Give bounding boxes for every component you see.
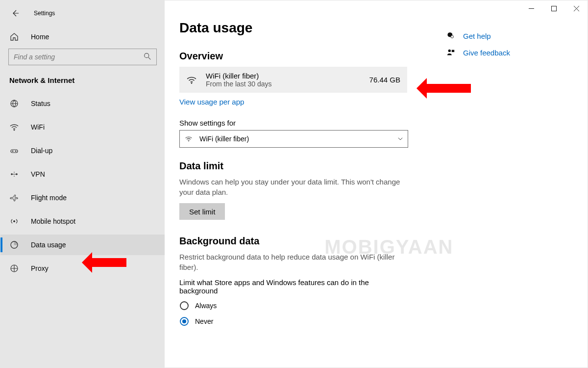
nav-label: VPN bbox=[31, 170, 45, 178]
proxy-icon bbox=[9, 263, 19, 273]
sidebar: Settings Home Network & Internet Status … bbox=[0, 0, 165, 368]
nav-label: Flight mode bbox=[31, 194, 67, 202]
radio-always[interactable]: Always bbox=[179, 298, 407, 314]
maximize-icon bbox=[551, 6, 557, 11]
close-button[interactable] bbox=[565, 0, 588, 16]
overview-period: From the last 30 days bbox=[206, 80, 369, 88]
background-data-desc: Restrict background data to help reduce … bbox=[179, 252, 407, 272]
hotspot-icon bbox=[9, 216, 19, 226]
sidebar-item-status[interactable]: Status bbox=[0, 93, 165, 114]
svg-rect-13 bbox=[551, 6, 556, 11]
svg-point-5 bbox=[12, 151, 13, 152]
svg-point-17 bbox=[188, 141, 189, 142]
background-data-heading: Background data bbox=[179, 236, 407, 247]
overview-amount: 76.44 GB bbox=[369, 76, 400, 84]
set-limit-button[interactable]: Set limit bbox=[179, 203, 225, 220]
window-title: Settings bbox=[34, 10, 55, 17]
sidebar-item-hotspot[interactable]: Mobile hotspot bbox=[0, 211, 165, 232]
search-icon bbox=[143, 52, 152, 61]
svg-rect-4 bbox=[11, 150, 18, 153]
svg-line-1 bbox=[148, 57, 151, 60]
minimize-button[interactable] bbox=[520, 0, 542, 16]
annotation-arrow bbox=[92, 258, 126, 267]
help-icon bbox=[446, 31, 455, 40]
vpn-icon bbox=[9, 169, 19, 179]
svg-point-21 bbox=[451, 35, 453, 38]
radio-unchecked-icon bbox=[179, 301, 189, 311]
feedback-icon bbox=[446, 48, 455, 57]
svg-point-7 bbox=[11, 174, 13, 175]
radio-never[interactable]: Never bbox=[179, 314, 407, 329]
minimize-icon bbox=[529, 6, 534, 11]
wifi-icon bbox=[186, 75, 197, 85]
svg-point-8 bbox=[16, 174, 18, 175]
svg-point-22 bbox=[448, 50, 451, 52]
svg-point-9 bbox=[14, 221, 15, 222]
sidebar-home-label: Home bbox=[31, 33, 49, 41]
nav-label: WiFi bbox=[31, 123, 45, 131]
overview-heading: Overview bbox=[179, 51, 407, 62]
svg-point-6 bbox=[15, 151, 16, 152]
svg-point-0 bbox=[145, 53, 149, 58]
chevron-down-icon bbox=[398, 137, 403, 141]
data-usage-icon bbox=[9, 240, 19, 250]
data-limit-heading: Data limit bbox=[179, 160, 407, 172]
page-title: Data usage bbox=[179, 20, 588, 36]
wifi-icon bbox=[185, 135, 193, 143]
main-content: Data usage Overview WiFi (killer fiber) … bbox=[165, 0, 588, 368]
nav-label: Mobile hotspot bbox=[31, 217, 75, 225]
back-button[interactable] bbox=[9, 9, 21, 17]
data-limit-desc: Windows can help you stay under your dat… bbox=[179, 177, 407, 197]
nav-label: Data usage bbox=[31, 241, 66, 249]
nav-label: Status bbox=[31, 100, 50, 107]
svg-point-18 bbox=[180, 302, 188, 310]
sidebar-home[interactable]: Home bbox=[0, 27, 165, 47]
show-settings-label: Show settings for bbox=[179, 119, 407, 127]
sidebar-item-wifi[interactable]: WiFi bbox=[0, 117, 165, 137]
overview-card[interactable]: WiFi (killer fiber) From the last 30 day… bbox=[179, 67, 407, 93]
nav-label: Proxy bbox=[31, 264, 49, 272]
nav-label: Dial-up bbox=[31, 147, 52, 155]
radio-label: Never bbox=[195, 317, 213, 325]
dialup-icon bbox=[9, 146, 19, 156]
give-feedback-link[interactable]: Give feedback bbox=[446, 44, 510, 61]
radio-checked-icon bbox=[179, 316, 189, 326]
airplane-icon bbox=[9, 193, 19, 203]
sidebar-item-vpn[interactable]: VPN bbox=[0, 164, 165, 184]
view-usage-per-app-link[interactable]: View usage per app bbox=[179, 98, 244, 106]
globe-icon bbox=[9, 99, 19, 108]
get-help-link[interactable]: Get help bbox=[446, 27, 510, 44]
help-label: Give feedback bbox=[463, 49, 510, 57]
close-icon bbox=[574, 6, 579, 11]
back-arrow-icon bbox=[11, 9, 19, 17]
sidebar-item-flightmode[interactable]: Flight mode bbox=[0, 187, 165, 208]
overview-network-name: WiFi (killer fiber) bbox=[206, 72, 369, 80]
maximize-button[interactable] bbox=[542, 0, 565, 16]
sidebar-section-label: Network & Internet bbox=[0, 73, 165, 93]
network-select-dropdown[interactable]: WiFi (killer fiber) bbox=[179, 130, 408, 148]
svg-point-3 bbox=[14, 130, 15, 131]
wifi-icon bbox=[9, 122, 19, 132]
home-icon bbox=[9, 32, 19, 42]
dropdown-value: WiFi (killer fiber) bbox=[199, 135, 249, 143]
sidebar-item-dialup[interactable]: Dial-up bbox=[0, 140, 165, 161]
annotation-arrow bbox=[427, 84, 471, 93]
search-input[interactable] bbox=[8, 49, 157, 65]
svg-point-16 bbox=[191, 82, 193, 84]
background-question: Limit what Store apps and Windows featur… bbox=[179, 278, 407, 295]
svg-point-20 bbox=[182, 319, 186, 323]
radio-label: Always bbox=[195, 302, 217, 310]
help-label: Get help bbox=[463, 32, 491, 40]
svg-rect-23 bbox=[452, 50, 454, 53]
